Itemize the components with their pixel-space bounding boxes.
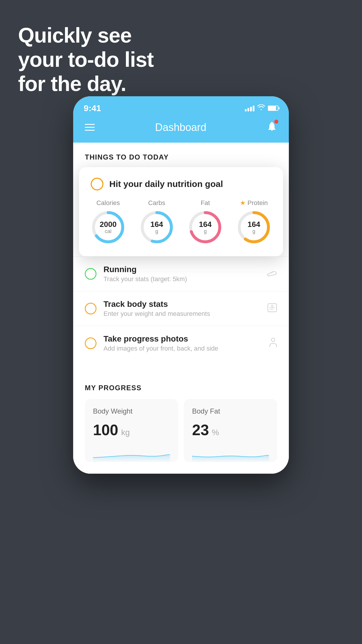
fat-label: Fat bbox=[201, 199, 210, 207]
header-title: Dashboard bbox=[155, 121, 206, 134]
protein-value-text: 164 g bbox=[247, 220, 260, 234]
nutrition-grid: Calories 2000 cal bbox=[91, 199, 271, 245]
body-fat-chart bbox=[192, 444, 269, 462]
wifi-icon bbox=[257, 104, 265, 112]
app-header: Dashboard bbox=[73, 115, 289, 143]
nutrition-card: Hit your daily nutrition goal Calories 2 bbox=[79, 167, 283, 256]
card-title: Hit your daily nutrition goal bbox=[109, 179, 223, 189]
body-weight-card: Body Weight 100 kg bbox=[85, 399, 178, 462]
body-weight-chart bbox=[93, 444, 170, 462]
todo-item-running[interactable]: Running Track your stats (target: 5km) bbox=[73, 256, 289, 291]
calories-value-text: 2000 cal bbox=[100, 220, 117, 234]
progress-photos-circle bbox=[85, 337, 96, 349]
fat-ring: 164 g bbox=[188, 210, 223, 245]
nutrition-protein: ★ Protein 164 g bbox=[236, 199, 271, 245]
things-to-do-header: THINGS TO DO TODAY bbox=[73, 143, 289, 167]
person-icon bbox=[269, 337, 277, 349]
carbs-value-text: 164 g bbox=[150, 220, 163, 234]
card-title-row: Hit your daily nutrition goal bbox=[91, 178, 271, 190]
status-time: 9:41 bbox=[84, 103, 101, 113]
progress-header: MY PROGRESS bbox=[85, 384, 277, 392]
calories-label: Calories bbox=[96, 199, 120, 207]
body-fat-value-row: 23 % bbox=[192, 421, 269, 439]
notification-bell-button[interactable] bbox=[267, 121, 277, 134]
running-title: Running bbox=[103, 265, 261, 274]
body-stats-circle bbox=[85, 303, 96, 314]
svg-point-10 bbox=[271, 338, 275, 342]
body-stats-title: Track body stats bbox=[103, 300, 261, 309]
notification-dot bbox=[274, 120, 278, 124]
protein-label: ★ Protein bbox=[240, 199, 268, 207]
progress-photos-subtitle: Add images of your front, back, and side bbox=[103, 345, 263, 352]
progress-photos-info: Take progress photos Add images of your … bbox=[103, 334, 263, 352]
phone-screen: 9:41 bbox=[73, 96, 289, 474]
svg-point-9 bbox=[271, 305, 273, 307]
running-subtitle: Track your stats (target: 5km) bbox=[103, 275, 261, 283]
battery-icon bbox=[268, 106, 278, 111]
task-circle-nutrition[interactable] bbox=[91, 178, 103, 190]
todo-item-progress-photos[interactable]: Take progress photos Add images of your … bbox=[73, 326, 289, 360]
scale-icon bbox=[267, 303, 277, 314]
protein-ring: 164 g bbox=[236, 210, 271, 245]
nutrition-calories: Calories 2000 cal bbox=[91, 199, 126, 245]
todo-list: Running Track your stats (target: 5km) bbox=[73, 256, 289, 360]
body-weight-title: Body Weight bbox=[93, 407, 170, 415]
body-fat-value: 23 bbox=[192, 421, 209, 439]
body-fat-card: Body Fat 23 % bbox=[184, 399, 277, 462]
hero-line3: for the day. bbox=[18, 72, 154, 96]
carbs-ring: 164 g bbox=[139, 210, 174, 245]
body-stats-subtitle: Enter your weight and measurements bbox=[103, 310, 261, 318]
body-weight-value-row: 100 kg bbox=[93, 421, 170, 439]
signal-icon bbox=[245, 105, 254, 111]
body-fat-unit: % bbox=[212, 428, 219, 437]
fat-value-text: 164 g bbox=[199, 220, 212, 234]
hero-line2: your to-do list bbox=[18, 48, 154, 72]
app-content: THINGS TO DO TODAY Hit your daily nutrit… bbox=[73, 143, 289, 474]
carbs-label: Carbs bbox=[148, 199, 165, 207]
menu-button[interactable] bbox=[85, 124, 95, 131]
phone-mockup: 9:41 bbox=[73, 96, 289, 474]
todo-item-body-stats[interactable]: Track body stats Enter your weight and m… bbox=[73, 291, 289, 326]
running-info: Running Track your stats (target: 5km) bbox=[103, 265, 261, 283]
progress-section: MY PROGRESS Body Weight 100 kg bbox=[73, 372, 289, 474]
progress-photos-title: Take progress photos bbox=[103, 334, 263, 344]
body-fat-title: Body Fat bbox=[192, 407, 269, 415]
body-stats-info: Track body stats Enter your weight and m… bbox=[103, 300, 261, 318]
status-icons bbox=[245, 104, 278, 112]
running-circle bbox=[85, 268, 96, 280]
hero-text: Quickly see your to-do list for the day. bbox=[18, 23, 154, 96]
progress-grid: Body Weight 100 kg bbox=[85, 399, 277, 474]
nutrition-fat: Fat 164 g bbox=[188, 199, 223, 245]
status-bar: 9:41 bbox=[73, 96, 289, 115]
running-shoe-icon bbox=[267, 269, 277, 279]
calories-ring: 2000 cal bbox=[91, 210, 126, 245]
hero-line1: Quickly see bbox=[18, 23, 154, 48]
body-weight-value: 100 bbox=[93, 421, 118, 439]
body-weight-unit: kg bbox=[121, 428, 130, 437]
nutrition-carbs: Carbs 164 g bbox=[139, 199, 174, 245]
star-icon: ★ bbox=[240, 199, 246, 207]
